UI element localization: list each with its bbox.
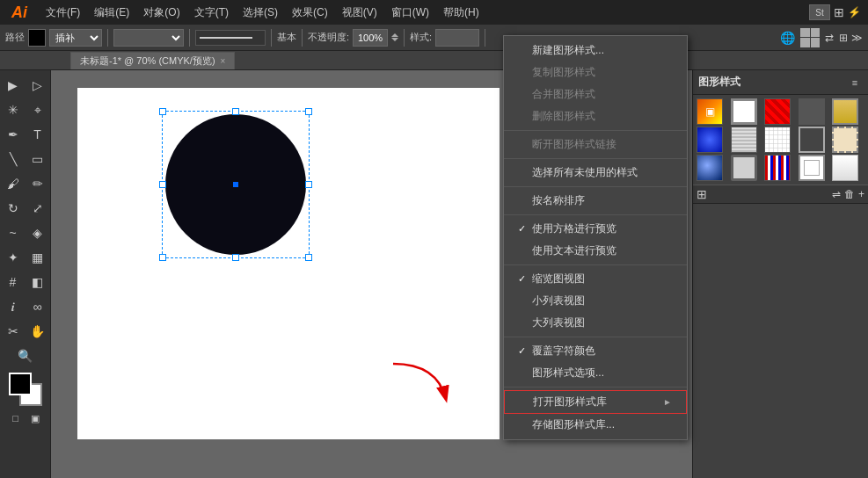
style-preview[interactable] [435,29,479,47]
ctx-thumbnail-view[interactable]: ✓缩览图视图 [504,268,687,290]
stroke-color[interactable] [28,29,46,47]
style-item-13[interactable] [764,155,791,181]
menu-edit[interactable]: 编辑(E) [87,2,136,24]
transform-icon[interactable]: ⇄ [825,32,834,44]
style-item-7[interactable] [731,127,757,153]
document-tab[interactable]: 未标题-1* @ 70% (CMYK/预览) × [70,52,235,69]
rotate-tool[interactable]: ↻ [2,197,25,220]
handle-top-right[interactable] [305,108,312,115]
select-tool[interactable]: ▶ [2,74,25,97]
column-graph-tool[interactable]: ▦ [26,246,49,269]
style-item-2[interactable]: □ [731,98,757,125]
opacity-input[interactable] [353,29,388,47]
style-item-5[interactable] [832,98,858,125]
ctx-open-library[interactable]: 打开图形样式库 ► [504,390,687,414]
globe-icon[interactable]: 🌐 [777,28,797,47]
handle-top-mid[interactable] [232,108,239,115]
mesh-tool[interactable]: # [2,271,25,293]
direct-select-tool[interactable]: ▷ [26,74,49,97]
tool-row-scissors: ✂ ✋ [2,320,49,343]
warp-tool[interactable]: ~ [2,221,25,244]
ctx-label-new: 新建图形样式... [532,43,604,58]
pencil-tool[interactable]: ✏ [26,172,49,195]
menu-view[interactable]: 视图(V) [335,2,384,24]
ctx-style-options[interactable]: 图形样式选项... [504,362,687,384]
hand-tool[interactable]: ✋ [26,320,49,343]
scissors-tool[interactable]: ✂ [2,320,25,343]
paintbrush-tool[interactable]: 🖌 [2,172,25,195]
free-distort-tool[interactable]: ◈ [26,221,49,244]
scale-tool[interactable]: ⤢ [26,197,49,220]
foreground-color-box[interactable] [9,373,32,395]
style-item-11[interactable] [697,155,723,181]
screen-mode-icon[interactable]: ▣ [26,409,44,427]
ctx-override-color[interactable]: ✓覆盖字符颜色 [504,340,687,362]
handle-bot-right[interactable] [305,254,312,261]
ctx-small-list[interactable]: 小列表视图 [504,290,687,312]
normal-mode-icon[interactable]: □ [7,409,25,427]
more-icon[interactable]: ≫ [851,32,863,44]
link-icon[interactable]: ⇌ [832,188,841,200]
ctx-text-preview[interactable]: 使用文本进行预览 [504,240,687,262]
new-style-icon[interactable]: + [858,188,864,200]
menu-file[interactable]: 文件(F) [39,2,87,24]
grid-view-icon[interactable] [800,28,820,47]
menu-effect[interactable]: 效果(C) [285,2,335,24]
gpu-icon[interactable]: ⚡ [848,6,861,18]
zoom-tool[interactable]: 🔍 [14,344,37,367]
style-item-9[interactable] [799,127,825,153]
style-item-4[interactable] [799,98,825,125]
style-item-1[interactable]: ▣ [697,98,723,125]
style-item-3[interactable] [764,98,791,125]
circle-object[interactable] [165,114,306,255]
handle-top-left[interactable] [159,108,166,115]
tab-close-button[interactable]: × [221,56,226,66]
gradient-tool[interactable]: ◧ [26,271,49,293]
rect-tool[interactable]: ▭ [26,148,49,170]
handle-bot-mid[interactable] [232,254,239,261]
ctx-select-unused[interactable]: 选择所有未使用的样式 [504,162,687,184]
menu-object[interactable]: 对象(O) [136,2,186,24]
arrange-icon2[interactable]: ⊞ [839,32,848,44]
trash-icon[interactable]: 🗑 [844,188,855,200]
ctx-thumbnail-preview[interactable]: ✓使用方格进行预览 [504,218,687,240]
magic-wand-tool[interactable]: ✳ [2,98,25,121]
type-tool[interactable]: T [26,123,49,146]
opacity-label: 不透明度: [308,31,349,44]
basic-label: 基本 [277,31,296,44]
ctx-new-style[interactable]: 新建图形样式... [504,40,687,62]
menu-select[interactable]: 选择(S) [236,2,285,24]
style-item-6[interactable] [697,127,723,153]
new-library-icon[interactable]: ⊞ [697,187,707,201]
handle-mid-right[interactable] [305,181,312,188]
handle-bot-left[interactable] [159,254,166,261]
blend-tool[interactable]: ∞ [26,295,49,318]
stroke-style-select[interactable]: 插补 [49,29,102,47]
menu-help[interactable]: 帮助(H) [436,2,486,24]
ctx-sort-name[interactable]: 按名称排序 [504,190,687,212]
ctx-label-thumb-view: 缩览图视图 [532,272,585,286]
style-item-8[interactable] [764,127,791,153]
lasso-tool[interactable]: ⌖ [26,98,49,121]
ctx-label-small-list: 小列表视图 [532,293,585,308]
eyedropper-tool[interactable]: 𝒊 [2,295,25,318]
ctx-large-list[interactable]: 大列表视图 [504,312,687,334]
pen-tool[interactable]: ✒ [2,123,25,146]
panel-options-icon[interactable]: ≡ [847,75,863,91]
arrange-icon[interactable]: ⊞ [834,5,844,19]
opacity-arrows[interactable] [391,33,398,41]
menu-window[interactable]: 窗口(W) [384,2,436,24]
stroke-width-select[interactable] [113,29,184,47]
symbol-sprayer-tool[interactable]: ✦ [2,246,25,269]
ctx-label-copy: 复制图形样式 [532,65,595,80]
menu-text[interactable]: 文字(T) [187,2,236,24]
line-tool[interactable]: ╲ [2,148,25,170]
stroke-line [195,30,266,46]
style-item-12[interactable] [731,155,757,181]
ctx-label-delete: 删除图形样式 [532,109,595,124]
ctx-save-library[interactable]: 存储图形样式库... [504,414,687,436]
style-item-15[interactable] [832,155,858,181]
handle-mid-left[interactable] [159,181,166,188]
style-item-10[interactable] [832,127,858,153]
style-item-14[interactable] [799,155,825,181]
